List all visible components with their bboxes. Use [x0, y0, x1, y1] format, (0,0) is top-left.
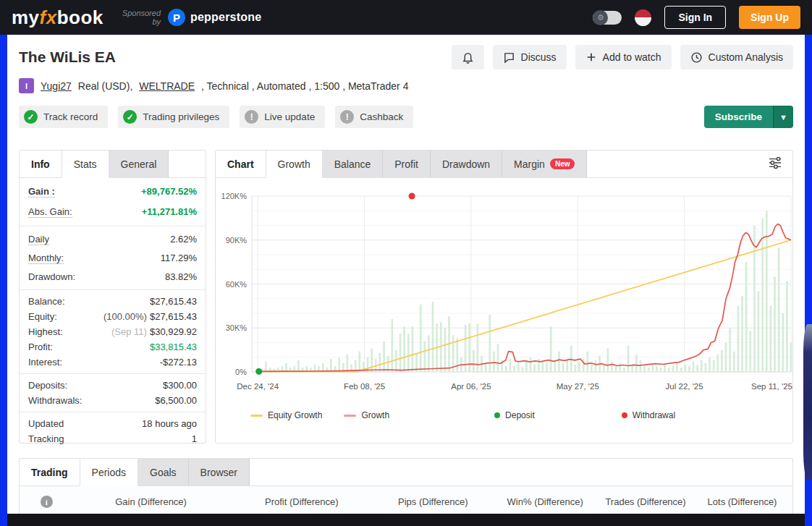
top-header: myfxbook Sponsored by P pepperstone ⚙ Si…	[0, 0, 812, 35]
column-header-profit-difference: Profit (Difference)	[228, 496, 375, 507]
stat-label[interactable]: Daily	[28, 234, 49, 245]
stat-value-text: 117.29%	[161, 253, 197, 263]
subscribe-button[interactable]: Subscribe ▼	[704, 106, 793, 128]
stat-group: Balance:$27,615.43Equity:(100.00%)$27,61…	[20, 290, 206, 374]
stat-group: Updated18 hours agoTracking1	[20, 412, 206, 450]
stat-label[interactable]: Abs. Gain:	[28, 206, 72, 218]
sign-in-button[interactable]: Sign In	[664, 6, 726, 29]
legend-label: Withdrawal	[633, 410, 675, 420]
button-label: Discuss	[521, 51, 557, 63]
info-icon[interactable]: i	[41, 496, 53, 508]
tab-general[interactable]: General	[109, 150, 169, 178]
stat-row-updated: Updated18 hours ago	[20, 416, 206, 431]
tab-periods[interactable]: Periods	[80, 459, 138, 486]
column-header-pips-difference: Pips (Difference)	[375, 496, 491, 507]
tab-label: General	[121, 158, 157, 170]
stat-label: Drawdown:	[28, 271, 75, 282]
stat-row-monthly: Monthly:117.29%	[20, 249, 206, 268]
svg-text:Sep 11, '25: Sep 11, '25	[751, 382, 792, 391]
tabbar-filler	[250, 459, 792, 486]
tab-label: Goals	[150, 467, 177, 478]
info-panel: InfoStatsGeneral Gain :+89,767.52%Abs. G…	[19, 150, 206, 444]
legend-growth[interactable]: Growth	[344, 410, 389, 420]
stat-label[interactable]: Monthly:	[28, 253, 64, 264]
tab-label: Margin	[514, 158, 545, 170]
page: myfxbook Sponsored by P pepperstone ⚙ Si…	[0, 0, 812, 526]
tab-balance[interactable]: Balance	[323, 150, 384, 178]
legend-dot-swatch	[494, 412, 500, 418]
sign-up-button[interactable]: Sign Up	[739, 6, 800, 29]
stat-value: 18 hours ago	[142, 418, 197, 429]
svg-text:30K%: 30K%	[226, 323, 248, 332]
stat-row-interest: Interest:-$272.13	[20, 355, 206, 370]
tab-stats[interactable]: Stats	[62, 150, 109, 178]
left-edge-decoration	[0, 35, 7, 526]
notifications-button[interactable]	[452, 45, 484, 69]
discuss-button[interactable]: Discuss	[493, 45, 567, 69]
tab-drawdown[interactable]: Drawdown	[431, 150, 502, 178]
tab-label: Stats	[74, 158, 97, 170]
custom-analysis-button[interactable]: Custom Analysis	[680, 45, 793, 69]
chat-icon	[503, 51, 515, 64]
logo-my: my	[12, 7, 40, 28]
badge-cashback[interactable]: !Cashback	[335, 106, 413, 128]
legend-equity-growth[interactable]: Equity Growth	[250, 410, 322, 420]
svg-text:Jul 22, '25: Jul 22, '25	[666, 382, 703, 391]
tab-goals[interactable]: Goals	[138, 459, 189, 486]
chart-canvas[interactable]: 0%30K%60K%90K%120K%Dec 24, '24Feb 08, '2…	[217, 184, 792, 398]
growth-chart[interactable]: 0%30K%60K%90K%120K%Dec 24, '24Feb 08, '2…	[216, 178, 792, 401]
background-illustration	[803, 324, 812, 480]
stat-value: 117.29%	[161, 253, 197, 263]
chevron-down-icon[interactable]: ▼	[773, 106, 793, 128]
stat-label: Profit:	[28, 342, 53, 352]
tab-trading[interactable]: Trading	[20, 459, 80, 486]
stat-value-text: $27,615.43	[150, 296, 197, 307]
chart-panel: ChartGrowthBalanceProfitDrawdownMarginNe…	[215, 150, 793, 444]
stat-value: $6,500.00	[155, 395, 197, 406]
svg-text:Apr 06, '25: Apr 06, '25	[451, 382, 491, 391]
tab-label: Info	[31, 158, 50, 170]
username-link[interactable]: Yugi27	[41, 80, 72, 92]
tab-margin[interactable]: MarginNew	[502, 150, 587, 178]
badge-trading-privileges[interactable]: ✓Trading privileges	[118, 106, 229, 128]
badge-track-record[interactable]: ✓Track record	[19, 106, 108, 128]
svg-text:May 27, '25: May 27, '25	[557, 382, 599, 391]
stat-label: Balance:	[28, 296, 65, 307]
stat-row-tracking: Tracking1	[20, 431, 206, 446]
legend-withdrawal[interactable]: Withdrawal	[622, 410, 675, 420]
stat-row-equity: Equity:(100.00%)$27,615.43	[20, 309, 206, 324]
theme-toggle[interactable]: ⚙	[593, 11, 622, 25]
stat-row-withdrawals: Withdrawals:$6,500.00	[20, 393, 206, 408]
stat-value: (100.00%)$27,615.43	[103, 311, 197, 322]
stat-group: Daily2.62%Monthly:117.29%Drawdown:83.82%	[20, 226, 206, 290]
button-label: Custom Analysis	[709, 51, 783, 63]
stat-label[interactable]: Gain :	[28, 186, 55, 198]
language-flag-icon[interactable]	[635, 9, 651, 26]
stat-group: Deposits:$300.00Withdrawals:$6,500.00	[20, 374, 206, 412]
legend-deposit[interactable]: Deposit	[494, 410, 535, 420]
tab-label: Profit	[394, 158, 418, 170]
check-icon: ✓	[123, 110, 137, 124]
new-badge: New	[550, 158, 575, 169]
add-to-watch-button[interactable]: Add to watch	[575, 45, 672, 69]
tabbar-filler	[169, 150, 206, 178]
badge-live-update[interactable]: !Live update	[240, 106, 325, 128]
stat-value-text: 18 hours ago	[142, 418, 197, 429]
tab-growth[interactable]: Growth	[266, 150, 323, 178]
clock-icon	[690, 51, 703, 64]
pepperstone-link[interactable]: P pepperstone	[168, 9, 261, 26]
column-header-trades-difference: Trades (Difference)	[599, 496, 692, 507]
tab-profit[interactable]: Profit	[383, 150, 431, 178]
tab-browser[interactable]: Browser	[189, 459, 250, 486]
tab-info[interactable]: Info	[20, 150, 62, 178]
tab-label: Growth	[278, 158, 310, 170]
stat-value-text: 1	[192, 433, 197, 444]
broker-link[interactable]: WELTRADE	[139, 80, 195, 92]
stat-label: Highest:	[28, 326, 63, 337]
stat-label: Updated	[28, 418, 64, 429]
chart-settings-icon[interactable]	[768, 156, 782, 171]
myfxbook-logo[interactable]: myfxbook	[12, 7, 103, 29]
stat-value: 2.62%	[170, 234, 197, 245]
tabbar-filler	[587, 150, 792, 178]
tab-chart[interactable]: Chart	[216, 150, 266, 178]
